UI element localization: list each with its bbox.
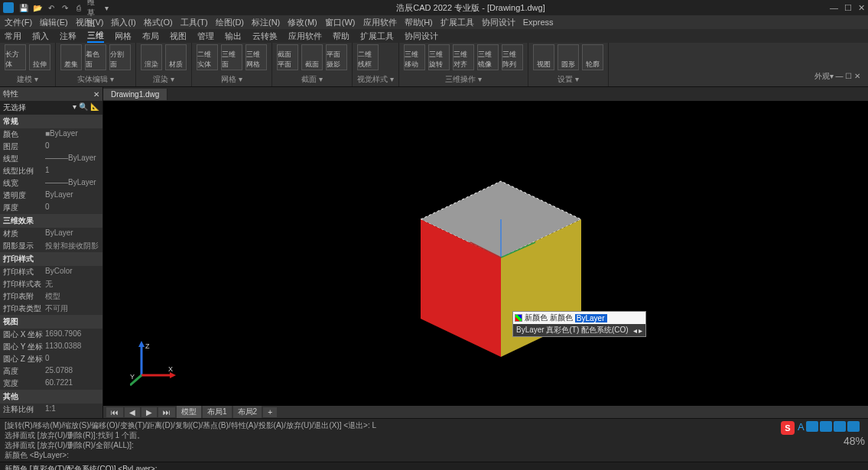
ribbon-tab[interactable]: 协同设计: [405, 31, 438, 42]
ribbon-tab[interactable]: 输出: [225, 31, 242, 42]
ribbon-button[interactable]: 拉伸: [29, 44, 50, 70]
prop-row[interactable]: 注释比例1:1: [0, 404, 102, 416]
prop-row[interactable]: 宽度60.7221: [0, 378, 102, 390]
qat-save-icon[interactable]: 💾: [18, 2, 29, 13]
quick-access-toolbar[interactable]: 💾 📂 ↶ ↷ ⎙ 二维草图 ▾: [18, 2, 112, 13]
ribbon-tab[interactable]: 插入: [32, 31, 49, 42]
menu-item[interactable]: 协同设计: [482, 17, 515, 28]
prop-row[interactable]: 圆心 Y 坐标1130.0388: [0, 341, 102, 353]
qat-dropdown-icon[interactable]: ▾: [101, 2, 112, 13]
qat-open-icon[interactable]: 📂: [32, 2, 43, 13]
ribbon-button[interactable]: 三维旋转: [428, 44, 450, 70]
layout-tab[interactable]: 布局2: [233, 406, 262, 418]
ribbon-tab[interactable]: 应用软件: [288, 31, 322, 42]
ribbon-tab[interactable]: 网格: [115, 31, 132, 42]
prop-value[interactable]: ByColor: [45, 267, 99, 277]
ribbon-button[interactable]: 视图: [533, 44, 554, 70]
prop-row[interactable]: 打印样式表无: [0, 278, 102, 290]
menu-item[interactable]: 绘图(D): [216, 17, 244, 28]
prop-row[interactable]: 打印表附模型: [0, 290, 102, 303]
prop-value[interactable]: 模型: [45, 291, 99, 302]
qat-redo-icon[interactable]: ↷: [60, 2, 70, 13]
qat-print-icon[interactable]: ⎙: [73, 2, 84, 13]
maximize-icon[interactable]: ☐: [844, 3, 852, 13]
prop-row[interactable]: 圆心 X 坐标1690.7906: [0, 329, 102, 341]
ribbon-tab[interactable]: 扩展工具: [360, 31, 394, 42]
ribbon-button[interactable]: 截面: [301, 44, 323, 70]
ribbon-tab[interactable]: 注释: [60, 31, 76, 42]
properties-panel[interactable]: 特性 ✕ 无选择 ▾ 🔍 📐 常规颜色■ByLayer图层0线型———ByLay…: [0, 87, 103, 418]
ribbon-tab[interactable]: 三维: [87, 30, 104, 43]
ribbon-button[interactable]: 圆形: [558, 44, 579, 70]
prop-value[interactable]: 0: [45, 203, 99, 213]
prop-value[interactable]: 1:1: [45, 404, 99, 415]
prop-value[interactable]: 1: [45, 166, 99, 177]
ribbon-button[interactable]: 渲染: [141, 44, 162, 70]
menu-item[interactable]: 编辑(E): [40, 17, 68, 28]
prop-value[interactable]: 不可用: [45, 303, 99, 314]
layout-nav-icon[interactable]: ▶: [141, 407, 157, 417]
panel-options[interactable]: 外观▾ — ☐ ✕: [814, 71, 860, 82]
layout-nav-icon[interactable]: ⏭: [158, 407, 175, 417]
ribbon-tab[interactable]: 帮助: [333, 31, 349, 42]
document-tab[interactable]: Drawing1.dwg: [103, 89, 167, 100]
ribbon-button[interactable]: 三维对齐: [453, 44, 474, 70]
ribbon-button[interactable]: 三维网格: [245, 44, 267, 70]
document-tabs[interactable]: Drawing1.dwg: [103, 87, 868, 101]
menu-item[interactable]: 格式(O): [144, 17, 173, 28]
layout-tabs[interactable]: ⏮ ◀ ▶ ⏭ 模型布局1布局2+: [103, 406, 868, 418]
panel-close-icon[interactable]: ✕: [93, 90, 99, 99]
window-buttons[interactable]: — ☐ ✕: [830, 3, 865, 13]
ribbon-button[interactable]: 三维面: [221, 44, 242, 70]
layout-tab[interactable]: +: [263, 407, 277, 417]
prop-value[interactable]: 0: [45, 354, 99, 365]
prop-row[interactable]: 线型———ByLayer: [0, 153, 102, 165]
ribbon-button[interactable]: 三维移动: [404, 44, 425, 70]
ribbon-button[interactable]: 长方体: [5, 44, 26, 70]
prop-value[interactable]: ■ByLayer: [45, 129, 99, 140]
zoom-level[interactable]: 48%: [781, 435, 865, 447]
prop-value[interactable]: 1690.7906: [45, 329, 99, 340]
color-popup[interactable]: 新颜色 新颜色 ByLayer ByLayer 真彩色(T) 配色系统(CO) …: [512, 311, 646, 337]
corner-tool-icon[interactable]: [847, 421, 860, 432]
menu-item[interactable]: 工具(T): [180, 17, 208, 28]
prop-category[interactable]: 三维效果: [0, 214, 102, 228]
prop-row[interactable]: 颜色■ByLayer: [0, 128, 102, 141]
color-options-text[interactable]: ByLayer 真彩色(T) 配色系统(CO): [516, 325, 629, 335]
prop-value[interactable]: 25.0788: [45, 366, 99, 377]
menubar[interactable]: 文件(F)编辑(E)视图(V)插入(I)格式(O)工具(T)绘图(D)标注(N)…: [0, 15, 868, 29]
ribbon-tab[interactable]: 常用: [5, 31, 21, 42]
menu-item[interactable]: 视图(V): [76, 17, 104, 28]
menu-item[interactable]: 标注(N): [252, 17, 280, 28]
menu-item[interactable]: 插入(I): [111, 17, 135, 28]
minimize-icon[interactable]: —: [830, 3, 838, 13]
prop-value[interactable]: 60.7221: [45, 378, 99, 389]
ribbon-tab[interactable]: 视图: [170, 31, 187, 42]
selection-row[interactable]: 无选择 ▾ 🔍 📐: [0, 101, 102, 115]
close-icon[interactable]: ✕: [858, 3, 865, 13]
menu-item[interactable]: 文件(F): [5, 17, 32, 28]
prop-row[interactable]: 圆心 Z 坐标0: [0, 353, 102, 365]
menu-item[interactable]: 帮助(H): [405, 17, 433, 28]
prop-value[interactable]: 投射和接收阴影: [45, 241, 99, 251]
prop-row[interactable]: 阴影显示投射和接收阴影: [0, 240, 102, 252]
prop-row[interactable]: 线型比例1: [0, 165, 102, 177]
prop-value[interactable]: ———ByLayer: [45, 154, 99, 164]
prop-row[interactable]: 打开 UCS...是: [0, 416, 102, 418]
layout-nav-icon[interactable]: ◀: [125, 407, 140, 417]
prop-row[interactable]: 高度25.0788: [0, 365, 102, 378]
menu-item[interactable]: 窗口(W): [325, 17, 356, 28]
prop-value[interactable]: 0: [45, 141, 99, 152]
ribbon-button[interactable]: 材质: [165, 44, 187, 70]
prop-value[interactable]: ByLayer: [45, 229, 99, 239]
ribbon-button[interactable]: 分割面: [109, 44, 131, 70]
menu-item[interactable]: 修改(M): [288, 17, 317, 28]
prop-row[interactable]: 线宽———ByLayer: [0, 177, 102, 190]
qat-undo-icon[interactable]: ↶: [46, 2, 57, 13]
prop-value[interactable]: 1130.0388: [45, 342, 99, 352]
menu-item[interactable]: 应用软件: [363, 17, 397, 28]
corner-tool-icon[interactable]: [820, 421, 832, 432]
prop-category[interactable]: 常规: [0, 115, 102, 128]
prop-category[interactable]: 视图: [0, 315, 102, 329]
layout-tab[interactable]: 布局1: [203, 406, 232, 418]
